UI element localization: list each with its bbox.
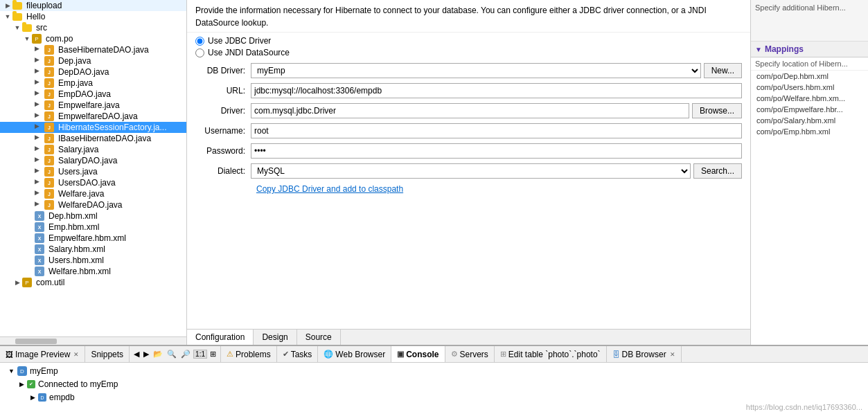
collapse-icon: ▼ — [755, 46, 762, 53]
tasks-label: Tasks — [291, 350, 312, 359]
sidebar-item-label: Salary.java — [58, 145, 98, 154]
username-input[interactable] — [251, 123, 742, 138]
java-icon: J — [44, 178, 54, 188]
image-icon: 🖼 — [6, 350, 13, 359]
java-icon: J — [44, 123, 54, 132]
java-icon: J — [44, 189, 54, 199]
tasks-tab[interactable]: ✔ Tasks — [277, 346, 319, 362]
url-input[interactable] — [251, 83, 742, 98]
sidebar-item-users-hbm[interactable]: X Users.hbm.xml — [0, 255, 186, 266]
console-icon: ▣ — [397, 350, 404, 359]
sidebar-item-empwelfare-hbm[interactable]: X Empwelfare.hbm.xml — [0, 233, 186, 244]
radio-jdbc[interactable] — [195, 37, 204, 46]
sidebar-item-emp[interactable]: ▶ J Emp.java — [0, 78, 186, 89]
toggle-icon[interactable]: ▶ — [3, 1, 12, 10]
console-connected[interactable]: ▶ ✔ Connected to myEmp — [6, 378, 862, 390]
radio-jndi[interactable] — [195, 48, 204, 57]
toggle-icon[interactable]: ▼ — [3, 12, 12, 21]
sidebar-item-label: Hello — [26, 12, 45, 21]
tab-configuration[interactable]: Configuration — [187, 330, 254, 345]
dbbrowser-tab[interactable]: 🗄 DB Browser ✕ — [607, 346, 682, 362]
sidebar-item-welfare-hbm[interactable]: X Welfare.hbm.xml — [0, 266, 186, 277]
console-tab[interactable]: ▣ Console — [391, 346, 445, 362]
console-empdb[interactable]: ▶ D empdb — [6, 391, 862, 404]
toggle-icon[interactable]: ▼ — [12, 23, 22, 33]
tab-source[interactable]: Source — [297, 330, 341, 345]
sidebar-item-comutil[interactable]: ▶ P com.util — [0, 277, 186, 288]
toggle-icon[interactable]: ▼ — [22, 34, 32, 44]
expand-icon: ▼ — [8, 368, 15, 375]
back-icon[interactable]: ◀ — [132, 350, 141, 359]
zoom-in-icon[interactable]: 🔍 — [166, 350, 178, 359]
actual-size-icon[interactable]: 1:1 — [193, 350, 207, 359]
problems-tab[interactable]: ⚠ Problems — [221, 346, 277, 362]
sidebar-item-welfare[interactable]: ▶ J Welfare.java — [0, 188, 186, 199]
table-icon: ⊞ — [500, 350, 506, 359]
new-button[interactable]: New... — [704, 63, 742, 78]
java-icon: J — [44, 56, 54, 66]
sidebar-item-empwelfaredao[interactable]: ▶ J EmpwelfareDAO.java — [0, 111, 186, 122]
dbbrowser-close[interactable]: ✕ — [670, 351, 675, 358]
sidebar-item-compo[interactable]: ▼ P com.po — [0, 33, 186, 44]
mappings-item-5[interactable]: com/po/Salary.hbm.xml — [751, 115, 868, 126]
copy-jdbc-link[interactable]: Copy JDBC Driver and add to classpath — [256, 184, 403, 194]
sidebar-item-users[interactable]: ▶ J Users.java — [0, 166, 186, 177]
servers-tab[interactable]: ⚙ Servers — [445, 346, 495, 362]
sidebar-item-hello[interactable]: ▼ Hello — [0, 11, 186, 22]
sidebar-item-usersdao[interactable]: ▶ J UsersDAO.java — [0, 177, 186, 188]
problems-label: Problems — [236, 350, 271, 359]
open-icon[interactable]: 📂 — [152, 350, 164, 359]
sidebar-item-empdao[interactable]: ▶ J EmpDAO.java — [0, 89, 186, 100]
right-panel: Specify additional Hibern... ▼ Mappings … — [750, 0, 868, 345]
password-label: Password: — [195, 146, 251, 156]
tab-design[interactable]: Design — [254, 330, 296, 345]
folder-icon — [12, 13, 22, 21]
sidebar-item-depdao[interactable]: ▶ J DepDAO.java — [0, 66, 186, 78]
toggle-icon[interactable]: ▶ — [12, 278, 22, 287]
sidebar-item-ibasehibernatdao[interactable]: ▶ J IBaseHibernateDAO.java — [0, 133, 186, 144]
xml-icon: X — [35, 211, 44, 221]
sidebar-item-label: EmpDAO.java — [58, 89, 111, 99]
webbrowser-tab[interactable]: 🌐 Web Browser — [318, 346, 391, 362]
mappings-item-4[interactable]: com/po/Empwelfare.hbr... — [751, 104, 868, 115]
sidebar-item-salarydao[interactable]: ▶ J SalaryDAO.java — [0, 155, 186, 166]
sidebar-item-empwelfare[interactable]: ▶ J Empwelfare.java — [0, 100, 186, 111]
sidebar-item-welfaredao[interactable]: ▶ J WelfareDAO.java — [0, 199, 186, 210]
dialect-label: Dialect: — [195, 166, 251, 176]
sidebar-item-src[interactable]: ▼ src — [0, 22, 186, 33]
sidebar-item-salary[interactable]: ▶ J Salary.java — [0, 144, 186, 155]
search-button[interactable]: Search... — [693, 163, 742, 179]
forward-icon[interactable]: ▶ — [142, 350, 150, 359]
sidebar-item-emp-hbm[interactable]: X Emp.hbm.xml — [0, 222, 186, 233]
driver-input[interactable] — [251, 103, 689, 118]
warning-icon: ⚠ — [227, 350, 233, 359]
sidebar-item-dep-hbm[interactable]: X Dep.hbm.xml — [0, 210, 186, 222]
password-input[interactable] — [251, 143, 742, 159]
mappings-header[interactable]: ▼ Mappings — [751, 42, 868, 57]
db-driver-label: DB Driver: — [195, 66, 251, 75]
console-myemp[interactable]: ▼ D myEmp — [6, 365, 862, 377]
image-preview-tab[interactable]: 🖼 Image Preview ✕ — [0, 346, 85, 362]
sidebar-item-hibernatesessionfactory[interactable]: ▶ J HibernateSessionFactory.ja... — [0, 122, 186, 133]
mappings-item-6[interactable]: com/po/Emp.hbm.xml — [751, 126, 868, 137]
mappings-item-3[interactable]: com/po/Welfare.hbm.xm... — [751, 93, 868, 104]
zoom-out-icon[interactable]: 🔎 — [179, 350, 192, 359]
dialect-select[interactable]: MySQL — [251, 163, 691, 179]
db-connection-desc: Provide the information necessary for Hi… — [187, 0, 750, 33]
sidebar: ▶ fileupload ▼ Hello ▼ src — [0, 0, 187, 345]
image-preview-close[interactable]: ✕ — [73, 351, 79, 358]
sidebar-item-label: fileupload — [26, 1, 62, 10]
sidebar-item-salary-hbm[interactable]: X Salary.hbm.xml — [0, 244, 186, 255]
snippets-tab[interactable]: Snippets — [85, 346, 130, 362]
sidebar-item-dep[interactable]: ▶ J Dep.java — [0, 55, 186, 66]
sidebar-item-fileupload[interactable]: ▶ fileupload — [0, 0, 186, 11]
sidebar-item-basehibernatdao[interactable]: ▶ J BaseHibernateDAO.java — [0, 44, 186, 55]
xml-icon: X — [35, 267, 44, 276]
browse-button[interactable]: Browse... — [692, 103, 742, 118]
mappings-item-2[interactable]: com/po/Users.hbm.xml — [751, 82, 868, 93]
java-icon: J — [44, 111, 54, 121]
fit-icon[interactable]: ⊞ — [209, 350, 218, 359]
db-driver-select[interactable]: myEmp — [251, 63, 701, 78]
edittable-tab[interactable]: ⊞ Edit table `photo`.`photo` — [495, 346, 607, 362]
mappings-item-1[interactable]: com/po/Dep.hbm.xml — [751, 71, 868, 82]
